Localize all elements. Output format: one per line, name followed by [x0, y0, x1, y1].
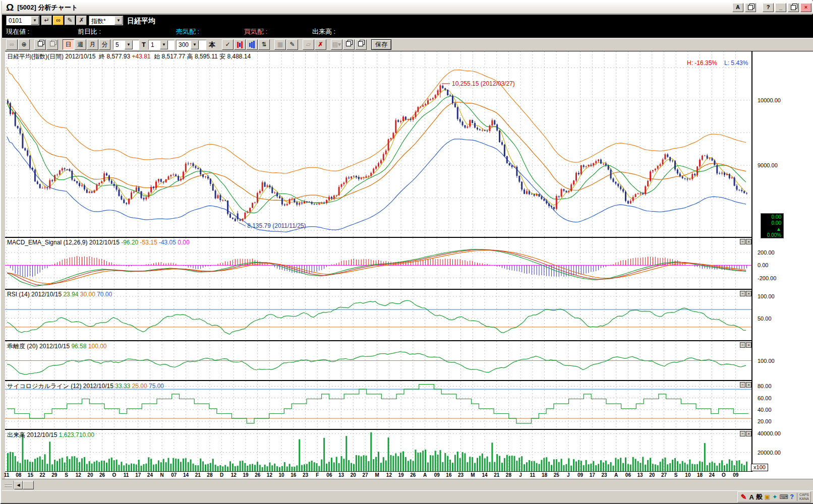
- scroll-left-button[interactable]: ◀: [14, 481, 23, 489]
- ime-mode-a[interactable]: A: [749, 493, 753, 501]
- close-button[interactable]: ×: [800, 3, 811, 12]
- x-axis-tick-label: 12: [267, 472, 272, 478]
- clear-button[interactable]: ✗: [76, 16, 87, 25]
- unit-combo[interactable]: 1▼: [148, 40, 175, 50]
- kairi-value: 96.58: [71, 343, 86, 350]
- panel-minimize-button[interactable]: −: [740, 291, 745, 296]
- panel-close-button[interactable]: ×: [746, 291, 751, 296]
- svg-text:10,255.15 (2012/03/27): 10,255.15 (2012/03/27): [452, 80, 515, 87]
- load-page-button[interactable]: [355, 39, 367, 50]
- enter-button[interactable]: ↵: [41, 16, 52, 25]
- x-axis-tick-label: O: [112, 472, 116, 478]
- minutes-combo[interactable]: 5▼: [113, 40, 139, 50]
- price-axis-column: 10000.009000.00200.000.00-200.00100.0050…: [754, 51, 813, 479]
- kairi-level: 100.00: [88, 343, 107, 350]
- pencil-icon-button[interactable]: ✎: [286, 39, 298, 50]
- new-page-button[interactable]: [34, 39, 46, 50]
- chevron-down-icon[interactable]: ▼: [31, 16, 39, 25]
- x-axis-tick-label: 19: [398, 472, 404, 478]
- eraser-icon-button[interactable]: ▱: [303, 39, 314, 50]
- volume-panel-header: 出来高 2012/10/15 1,623,710.00: [7, 431, 94, 439]
- page-icon: [358, 41, 363, 46]
- zoom-icon-button[interactable]: ⊕: [18, 39, 30, 50]
- psych-high-level: 75.00: [149, 383, 164, 390]
- symbol-name: 日経平均: [127, 17, 155, 26]
- psych-name: サイコロジカルライン (12): [7, 383, 82, 390]
- candlestick-icon-button[interactable]: [234, 39, 246, 50]
- x-axis-tick-label: 08: [16, 472, 21, 478]
- splitter-grip[interactable]: [3, 481, 14, 489]
- psych-axis-label: 40.00: [758, 407, 772, 413]
- minimize-button[interactable]: _: [775, 3, 786, 12]
- binoculars-icon-button[interactable]: ∞: [6, 39, 18, 50]
- hon-label: 本: [209, 40, 215, 49]
- kairi-panel[interactable]: [5, 341, 752, 380]
- save-button[interactable]: 保存: [371, 39, 391, 50]
- duplicate-window-button[interactable]: [745, 3, 756, 12]
- delete-icon-button[interactable]: ✗: [315, 39, 326, 50]
- layout-dropdown-button[interactable]: ▤▾: [331, 39, 342, 50]
- panel-divider: [5, 429, 752, 430]
- rsi-low-level: 30.00: [80, 291, 95, 298]
- rsi-panel[interactable]: [5, 290, 752, 340]
- panel-minimize-button[interactable]: −: [740, 431, 745, 436]
- bar-count-combo[interactable]: 300▼: [176, 40, 206, 50]
- x-axis-tick-label: 23: [458, 472, 463, 478]
- volume-axis-label: 20000.00: [758, 450, 781, 456]
- index-type-combo[interactable]: 指数* ▼: [89, 16, 123, 25]
- restore-button[interactable]: [788, 3, 799, 12]
- rsi-name: RSI (14): [7, 291, 30, 298]
- x-axis-tick-label: 20: [351, 472, 356, 478]
- kairi-name: 乖離度 (20): [7, 343, 38, 350]
- sort-arrows-icon-button[interactable]: ⇅: [258, 39, 270, 50]
- panel-minimize-button[interactable]: −: [740, 342, 745, 348]
- x-axis-tick-label: 20: [87, 472, 93, 478]
- window-title: [5002] 分析チャート: [17, 3, 78, 12]
- panel-minimize-button[interactable]: −: [740, 239, 745, 244]
- grid-icon-button[interactable]: ▦: [274, 39, 286, 50]
- period-week-button[interactable]: 週: [75, 39, 86, 50]
- period-month-button[interactable]: 月: [87, 39, 98, 50]
- line-chart-icon-button[interactable]: ✓: [222, 39, 234, 50]
- copy-page-button[interactable]: [46, 39, 58, 50]
- ime-mode-han[interactable]: 般: [756, 492, 763, 501]
- x-axis-tick-label: 26: [410, 472, 416, 478]
- volume-panel[interactable]: [5, 430, 752, 471]
- scrollbar-thumb[interactable]: [23, 481, 34, 489]
- font-size-button[interactable]: A: [732, 3, 743, 12]
- symbol-code-combo[interactable]: 0101 ▼: [6, 16, 39, 25]
- index-type-value: 指数*: [89, 16, 114, 25]
- panel-minimize-button[interactable]: −: [740, 382, 745, 388]
- save-page-button[interactable]: [343, 39, 355, 50]
- binoculars-search-button[interactable]: ∞: [53, 16, 64, 25]
- chevron-down-icon[interactable]: ▼: [125, 40, 133, 49]
- ime-dictionary-icon[interactable]: ▣: [765, 493, 770, 500]
- panel-close-button[interactable]: ×: [746, 239, 751, 244]
- ime-help-icon[interactable]: ?: [790, 493, 794, 500]
- panel-close-button[interactable]: ×: [746, 342, 751, 348]
- x-axis-labels: 1108152229S122026O111724N07142128D121926…: [5, 472, 752, 479]
- price-chart-panel[interactable]: 10,255.15 (2012/03/27)8,135.79 (2011/11/…: [5, 51, 752, 237]
- ime-tools-icon[interactable]: ✦: [772, 493, 777, 500]
- ime-pen-icon[interactable]: ✎: [741, 493, 747, 501]
- chevron-down-icon[interactable]: ▼: [191, 40, 199, 49]
- kana-indicator: KANA: [799, 497, 809, 500]
- panel-close-button[interactable]: ×: [746, 431, 751, 436]
- price-title: 日経平均(指数)(日間): [7, 53, 64, 60]
- title-bar[interactable]: Ω [5002] 分析チャート A ? _ ×: [2, 1, 813, 14]
- volume-value: 1,623,710.00: [59, 431, 94, 438]
- x-axis-tick-label: S: [65, 472, 68, 478]
- period-day-button[interactable]: 日: [63, 39, 74, 50]
- period-minute-button[interactable]: 分: [99, 39, 110, 50]
- chevron-down-icon[interactable]: ▼: [160, 40, 168, 49]
- x-axis-tick-label: 18: [542, 472, 547, 478]
- keyboard-icon[interactable]: ⌨: [779, 493, 788, 500]
- help-button[interactable]: ?: [763, 3, 774, 12]
- x-axis-tick-label: 12: [231, 472, 237, 478]
- bar-chart-icon-button[interactable]: [246, 39, 258, 50]
- panel-close-button[interactable]: ×: [746, 382, 751, 388]
- edit-memo-button[interactable]: ✎: [65, 16, 75, 25]
- x-axis-tick-label: O: [722, 472, 726, 478]
- chevron-down-icon[interactable]: ▼: [114, 16, 123, 25]
- high-value: 8,595.11: [195, 53, 218, 60]
